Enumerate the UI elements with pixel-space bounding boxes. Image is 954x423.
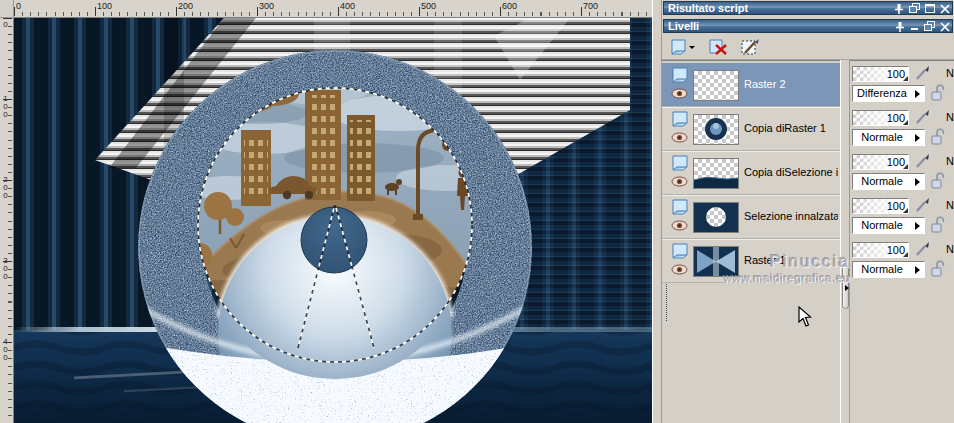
layer-row-copia-di-raster-1[interactable]: Copia diRaster 1 — [662, 107, 840, 151]
lock-open-icon[interactable] — [929, 127, 947, 146]
artwork-svg — [14, 18, 652, 423]
brush-icon[interactable] — [914, 65, 931, 82]
layer-thumbnail[interactable] — [693, 246, 739, 277]
layer-list: Raster 2 Copia diRaster 1 — [662, 60, 840, 423]
blend-mode-dropdown[interactable]: Normale — [852, 217, 925, 234]
opacity-slider[interactable]: 100 — [852, 110, 909, 126]
link-flag: N — [946, 67, 954, 79]
blend-mode-dropdown[interactable]: Normale — [852, 261, 925, 278]
blend-dropdown-arrow[interactable] — [911, 218, 924, 233]
splitter-arrow-icon — [845, 285, 849, 291]
visibility-eye-icon[interactable] — [671, 264, 688, 275]
layer-row-raster-2[interactable]: Raster 2 — [662, 63, 840, 107]
opacity-slider[interactable]: 100 — [852, 198, 909, 214]
layer-name: Raster 1 — [744, 254, 786, 266]
pin-icon[interactable] — [895, 21, 905, 32]
visibility-eye-icon[interactable] — [671, 220, 688, 231]
layer-properties-column: 100 N Differenza 100 N No — [850, 60, 954, 423]
visibility-eye-icon[interactable] — [671, 132, 688, 143]
opacity-slider[interactable]: 100 — [852, 154, 909, 170]
layer-row-selezione-innalzata[interactable]: Selezione innalzata — [662, 195, 840, 239]
v-ruler-label: 200 — [1, 175, 10, 199]
panel-splitter[interactable] — [840, 60, 850, 423]
visibility-eye-icon[interactable] — [671, 176, 688, 187]
blend-mode-value: Normale — [861, 263, 903, 275]
opacity-slider[interactable]: 100 — [852, 242, 909, 258]
v-ruler-label: 100 — [1, 94, 10, 118]
blend-mode-value: Normale — [861, 219, 903, 231]
mouse-cursor — [798, 306, 813, 328]
props-copia-di-raster-1: 100 N Normale — [850, 107, 954, 151]
layer-row-copia-di-selezione-innalzata[interactable]: Copia diSelezione innalzat — [662, 151, 840, 195]
h-ruler-label: 500 — [419, 1, 436, 11]
layer-type-icon — [671, 110, 691, 127]
lock-open-icon[interactable] — [929, 171, 947, 190]
blend-mode-dropdown[interactable]: Normale — [852, 129, 925, 146]
ruler-corner — [0, 0, 14, 18]
canvas-artwork[interactable] — [14, 18, 652, 423]
lock-open-icon[interactable] — [929, 215, 947, 234]
props-copia-di-selezione: 100 N Normale — [850, 151, 954, 195]
slider-corner — [903, 208, 908, 213]
canvas-edge-strip — [652, 0, 662, 423]
props-raster-1: 100 N Normale — [850, 239, 954, 283]
slider-corner — [903, 120, 908, 125]
edit-selection-icon — [740, 38, 762, 57]
pin-icon[interactable] — [894, 3, 904, 14]
link-flag: N — [946, 155, 954, 167]
link-flag: N — [946, 111, 954, 123]
layer-thumbnail[interactable] — [693, 70, 739, 101]
layer-type-icon — [671, 66, 691, 83]
blend-mode-dropdown[interactable]: Differenza — [852, 85, 925, 102]
h-ruler-label: 700 — [581, 1, 598, 11]
horizontal-ruler: 0 100 200 300 400 500 600 700 — [14, 0, 655, 18]
close-icon[interactable] — [940, 21, 950, 32]
layers-panel-titlebar[interactable]: Livelli — [663, 19, 953, 33]
blend-dropdown-arrow[interactable] — [911, 174, 924, 189]
side-panels: Risultato script Livelli — [662, 0, 954, 423]
slider-corner — [903, 76, 908, 81]
props-selezione-innalzata: 100 N Normale — [850, 195, 954, 239]
brush-icon[interactable] — [914, 241, 931, 258]
layers-toolbar — [662, 34, 954, 60]
link-flag: N — [946, 243, 954, 255]
lock-open-icon[interactable] — [929, 83, 947, 102]
blend-mode-value: Normale — [861, 175, 903, 187]
visibility-eye-icon[interactable] — [671, 88, 688, 99]
script-result-panel-titlebar[interactable]: Risultato script — [663, 1, 953, 15]
restore-icon[interactable] — [909, 3, 920, 14]
h-ruler-label: 100 — [95, 1, 112, 11]
layers-panel-title: Livelli — [668, 20, 699, 32]
layer-thumbnail[interactable] — [693, 158, 739, 189]
new-layer-icon — [670, 38, 696, 56]
layer-row-raster-1[interactable]: Raster 1 — [662, 239, 840, 283]
h-ruler-label: 200 — [176, 1, 193, 11]
edit-selection-button[interactable] — [736, 36, 766, 58]
maximize-icon[interactable] — [925, 3, 935, 14]
opacity-slider[interactable]: 100 — [852, 66, 909, 82]
v-ruler-label: 300 — [1, 256, 10, 280]
close-icon[interactable] — [940, 3, 950, 14]
blend-mode-value: Normale — [861, 131, 903, 143]
layer-type-icon — [671, 242, 691, 259]
h-ruler-label: 0 — [14, 1, 21, 11]
splitter-handle[interactable] — [842, 265, 849, 309]
layer-name: Copia diRaster 1 — [744, 122, 826, 134]
layer-thumbnail[interactable] — [693, 202, 739, 233]
new-layer-button[interactable] — [668, 36, 698, 58]
delete-layer-button[interactable] — [704, 36, 734, 58]
brush-icon[interactable] — [914, 109, 931, 126]
layer-type-icon — [671, 154, 691, 171]
lock-open-icon[interactable] — [929, 259, 947, 278]
blend-dropdown-arrow[interactable] — [911, 130, 924, 145]
blend-dropdown-arrow[interactable] — [911, 86, 924, 101]
h-ruler-label: 600 — [500, 1, 517, 11]
layer-thumbnail[interactable] — [693, 114, 739, 145]
brush-icon[interactable] — [914, 153, 931, 170]
blend-mode-dropdown[interactable]: Normale — [852, 173, 925, 190]
brush-icon[interactable] — [914, 197, 931, 214]
restore-icon[interactable] — [924, 21, 935, 32]
blend-dropdown-arrow[interactable] — [911, 262, 924, 277]
slider-corner — [903, 252, 908, 257]
minimize-icon[interactable] — [910, 21, 919, 32]
